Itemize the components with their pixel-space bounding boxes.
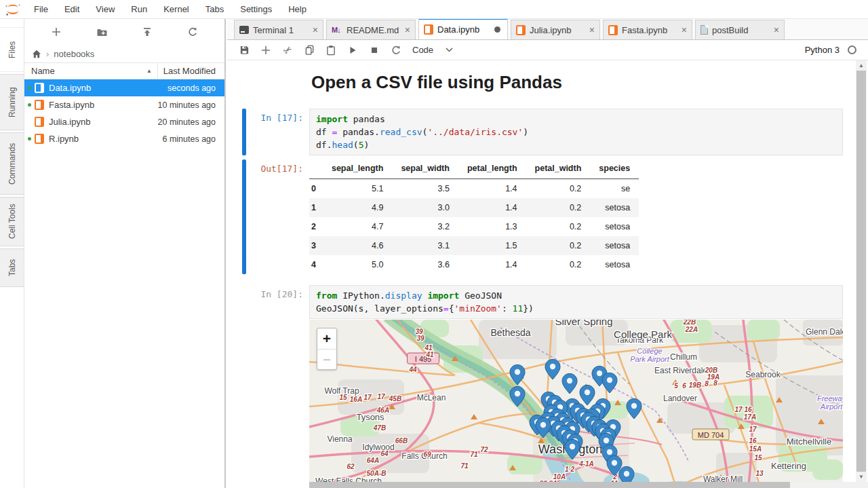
menu-settings[interactable]: Settings (232, 0, 280, 19)
restart-kernel-button[interactable] (385, 41, 407, 60)
code-cell-2[interactable]: In [20]: from IPython.display import Geo… (227, 285, 843, 319)
menu-kernel[interactable]: Kernel (155, 0, 197, 19)
map-label-16: 16 (749, 437, 757, 445)
home-icon[interactable] (32, 50, 41, 58)
file-row-data-ipynb[interactable]: Data.ipynbseconds ago (24, 79, 224, 96)
menu-file[interactable]: File (26, 0, 56, 19)
copy-cells-button[interactable] (298, 41, 320, 60)
new-launcher-button[interactable] (47, 23, 66, 41)
map-label-15: 15 (339, 394, 347, 401)
close-icon[interactable]: × (313, 25, 318, 35)
df-cell: 0.2 (526, 255, 591, 274)
paste-cells-button[interactable] (320, 41, 342, 60)
save-button[interactable] (233, 41, 255, 60)
map-label-6: 6 (682, 382, 686, 390)
vertical-scrollbar-thumb[interactable] (856, 71, 866, 472)
close-icon[interactable]: × (682, 25, 687, 35)
menu-edit[interactable]: Edit (56, 0, 87, 19)
new-folder-button[interactable] (92, 23, 111, 41)
chevron-down-icon[interactable] (446, 48, 453, 52)
zoom-out-button[interactable]: − (317, 349, 336, 369)
tab-readme-md[interactable]: M↓README.md× (326, 20, 416, 39)
file-row-fasta-ipynb[interactable]: Fasta.ipynb10 minutes ago (24, 96, 224, 113)
df-index: 1 (309, 198, 323, 217)
menu-view[interactable]: View (87, 0, 123, 19)
column-header-modified[interactable]: Last Modified (158, 63, 224, 79)
notebook-toolbar: ✂ Code Python 3 (227, 40, 868, 60)
map-label-39: 39 (416, 335, 425, 342)
sidebar-tab-tabs[interactable]: Tabs (0, 248, 24, 287)
notebook-file-icon (35, 134, 44, 144)
menu-run[interactable]: Run (123, 0, 155, 19)
sidebar-tab-files[interactable]: Files (0, 27, 24, 72)
map-label-16a: 16A (350, 396, 362, 403)
horizontal-scrollbar[interactable] (309, 482, 868, 488)
close-icon[interactable]: × (774, 25, 779, 35)
refresh-button[interactable] (183, 23, 202, 41)
map-label-east-riverdale: East Riverdale (654, 366, 707, 375)
map-marker-icon (619, 466, 634, 483)
scroll-down-icon[interactable]: ▼ (856, 472, 867, 482)
file-row-r-ipynb[interactable]: R.ipynb6 minutes ago (24, 130, 224, 147)
map-label-17: 17 (363, 394, 372, 401)
scroll-up-icon[interactable]: ▲ (856, 60, 867, 71)
geojson-map-output[interactable]: I 495MD 704 BethesdaSilver SpringTakoma … (309, 320, 843, 483)
tab-data-ipynb[interactable]: Data.ipynb (418, 18, 508, 39)
running-dot-icon (28, 86, 31, 90)
sidebar-tab-commands[interactable]: Commands (0, 132, 24, 195)
df-cell: 1.4 (458, 255, 526, 274)
close-icon[interactable]: × (405, 25, 410, 35)
kernel-name[interactable]: Python 3 (805, 45, 840, 55)
notebook-panel: Open a CSV file using Pandas In [17]: im… (227, 60, 868, 488)
cut-cells-button[interactable]: ✂ (277, 41, 298, 60)
df-cell: 3.6 (392, 255, 458, 274)
sidebar-tab-running[interactable]: Running (0, 74, 24, 130)
df-cell: 0.2 (526, 217, 591, 236)
df-cell: 1.5 (458, 236, 526, 255)
file-row-julia-ipynb[interactable]: Julia.ipynb20 minutes ago (24, 113, 224, 130)
tab-terminal-1[interactable]: Terminal 1× (234, 20, 323, 39)
tab-label: README.md (347, 25, 401, 35)
code-editor-1[interactable]: import pandasdf = pandas.read_csv('../da… (309, 109, 843, 155)
map-zoom-control: + − (317, 328, 337, 370)
close-icon[interactable]: × (589, 25, 595, 35)
file-list-header: Name ▲ Last Modified (24, 62, 224, 79)
insert-cell-button[interactable] (255, 41, 277, 60)
map-label-5: 5 (674, 382, 678, 390)
df-row: 14.93.01.40.2setosa (309, 198, 639, 217)
vertical-scrollbar[interactable]: ▲ ▼ (856, 60, 867, 482)
sidebar-tab-cell-tools[interactable]: Cell Tools (0, 197, 24, 246)
stop-button[interactable] (363, 41, 385, 60)
df-cell: 1.4 (458, 179, 526, 199)
df-row: 05.13.51.40.2se (309, 179, 639, 199)
kernel-status-icon[interactable] (848, 45, 856, 54)
upload-button[interactable] (138, 23, 157, 41)
menu-tabs[interactable]: Tabs (197, 0, 232, 19)
code-editor-2[interactable]: from IPython.display import GeoJSONGeoJS… (309, 285, 843, 319)
code-cell-1[interactable]: In [17]: import pandasdf = pandas.read_c… (227, 109, 843, 155)
map-canvas[interactable]: I 495MD 704 BethesdaSilver SpringTakoma … (309, 320, 843, 483)
zoom-in-button[interactable]: + (317, 329, 336, 349)
tab-label: Data.ipynb (437, 24, 490, 35)
tab-fasta-ipynb[interactable]: Fasta.ipynb× (603, 20, 692, 39)
df-cell: 1.4 (458, 198, 526, 217)
code-line: GeoJSON(s, layer_options={'minZoom': 11}… (316, 302, 836, 315)
column-header-name[interactable]: Name ▲ (24, 63, 158, 79)
menu-help[interactable]: Help (280, 0, 315, 19)
run-button[interactable] (342, 41, 363, 60)
tab-postbuild[interactable]: postBuild× (695, 20, 785, 39)
cell-type-select[interactable]: Code (412, 45, 433, 55)
tab-julia-ipynb[interactable]: Julia.ipynb× (511, 20, 600, 39)
notebook-icon (516, 25, 526, 35)
horizontal-scrollbar-thumb[interactable] (309, 482, 790, 488)
df-col-species: species (590, 161, 639, 179)
breadcrumb-current[interactable]: notebooks (54, 49, 94, 59)
tab-label: postBuild (712, 25, 770, 35)
map-label-19b: 19B (689, 381, 701, 389)
notebook-heading[interactable]: Open a CSV file using Pandas (311, 72, 562, 93)
map-label-66b: 66B (395, 437, 408, 445)
breadcrumb-separator: › (46, 49, 49, 59)
map-label-17a: 17A (744, 413, 756, 421)
df-cell: 3.5 (392, 179, 458, 199)
code-line: df.head(5) (316, 138, 836, 151)
